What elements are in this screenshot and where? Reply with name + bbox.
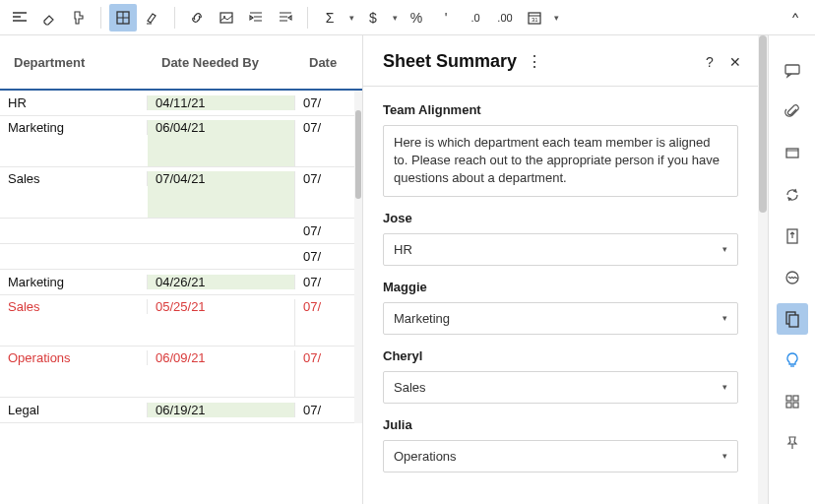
field-maggie: Maggie Marketing ▾: [383, 280, 738, 335]
cell-date-needed[interactable]: 07/04/21: [148, 171, 295, 218]
link-button[interactable]: [183, 4, 211, 32]
collapse-toolbar-button[interactable]: ^: [782, 4, 809, 32]
table-row[interactable]: 07/: [0, 219, 362, 244]
highlight-button[interactable]: [139, 4, 166, 32]
cell-department[interactable]: Marketing: [0, 275, 148, 289]
julia-select[interactable]: Operations ▾: [383, 440, 738, 472]
cell-department[interactable]: Sales: [0, 171, 148, 186]
team-alignment-text[interactable]: Here is which department each team membe…: [383, 125, 738, 197]
cell-department[interactable]: HR: [0, 95, 148, 110]
svg-rect-13: [786, 403, 791, 408]
cell-date-needed[interactable]: 06/09/21: [148, 350, 295, 397]
panel-close-button[interactable]: ✕: [722, 54, 748, 70]
sum-button[interactable]: Σ: [316, 4, 344, 32]
sigma-icon: Σ: [326, 10, 335, 26]
indent-button[interactable]: [242, 4, 270, 32]
panel-body: Team Alignment Here is which department …: [363, 87, 768, 504]
increase-decimal-button[interactable]: .00: [491, 4, 519, 32]
cell-date[interactable]: 07/: [295, 223, 352, 238]
cell-date[interactable]: 07/: [295, 171, 352, 186]
cell-date[interactable]: 07/: [295, 299, 352, 314]
cell-department[interactable]: Operations: [0, 350, 148, 365]
column-header-date-needed[interactable]: Date Needed By: [148, 55, 295, 70]
borders-button[interactable]: [109, 4, 137, 32]
sheet-summary-panel: Sheet Summary ⋮ ? ✕ Team Alignment Here …: [362, 35, 768, 504]
svg-rect-10: [789, 315, 798, 327]
grid-scrollbar[interactable]: [354, 91, 362, 423]
panel-help-button[interactable]: ?: [697, 54, 722, 70]
sum-dropdown[interactable]: ▾: [345, 13, 357, 23]
cheryl-select[interactable]: Sales ▾: [383, 371, 738, 404]
column-header-date[interactable]: Date: [295, 55, 352, 70]
outdent-button[interactable]: [272, 4, 299, 32]
ideas-button[interactable]: [777, 345, 808, 376]
cell-date-needed[interactable]: 05/25/21: [148, 299, 295, 346]
table-row[interactable]: Legal06/19/2107/: [0, 398, 362, 423]
wrap-text-button[interactable]: [6, 4, 33, 32]
decrease-decimal-button[interactable]: .0: [462, 4, 489, 32]
chevron-down-icon: ▾: [722, 451, 727, 461]
forms-button[interactable]: [777, 386, 808, 417]
currency-button[interactable]: $: [359, 4, 387, 32]
cell-date-needed[interactable]: 06/04/21: [148, 120, 295, 166]
percent-icon: %: [410, 10, 422, 26]
grid-scroll-thumb[interactable]: [355, 110, 361, 199]
toolbar-separator: [307, 7, 308, 29]
proofs-button[interactable]: [777, 138, 808, 169]
cell-department[interactable]: Legal: [0, 403, 148, 417]
maggie-select[interactable]: Marketing ▾: [383, 302, 738, 335]
svg-rect-12: [793, 396, 798, 401]
publish-button[interactable]: [777, 220, 808, 252]
activity-log-button[interactable]: [777, 262, 808, 293]
table-row[interactable]: Operations06/09/2107/: [0, 346, 362, 398]
table-row[interactable]: Marketing06/04/2107/: [0, 116, 362, 167]
cell-department[interactable]: Marketing: [0, 120, 148, 135]
format-painter-button[interactable]: [65, 4, 93, 32]
pin-button[interactable]: [777, 427, 808, 459]
cell-date-needed[interactable]: 04/26/21: [148, 275, 295, 289]
cell-date-needed[interactable]: 06/19/21: [148, 403, 295, 417]
cell-date[interactable]: 07/: [295, 95, 352, 110]
percent-button[interactable]: %: [403, 4, 430, 32]
date-format-button[interactable]: 31: [521, 4, 548, 32]
table-row[interactable]: Sales05/25/2107/: [0, 295, 362, 346]
cell-date[interactable]: 07/: [295, 275, 352, 289]
cell-date[interactable]: 07/: [295, 403, 352, 417]
cell-department[interactable]: Sales: [0, 299, 148, 314]
attachments-button[interactable]: [777, 96, 808, 128]
update-requests-button[interactable]: [777, 179, 808, 211]
svg-rect-5: [785, 65, 799, 74]
currency-dropdown[interactable]: ▾: [389, 13, 401, 23]
field-label: Jose: [383, 211, 738, 225]
field-label: Maggie: [383, 280, 738, 294]
panel-scroll-thumb[interactable]: [759, 35, 767, 213]
table-row[interactable]: HR04/11/2107/: [0, 91, 362, 116]
cell-date[interactable]: 07/: [295, 249, 352, 264]
field-jose: Jose HR ▾: [383, 211, 738, 266]
comments-button[interactable]: [777, 55, 808, 87]
panel-menu-button[interactable]: ⋮: [527, 52, 542, 71]
toolbar-separator: [100, 7, 101, 29]
image-button[interactable]: [213, 4, 240, 32]
grid-header-row: Department Date Needed By Date: [0, 35, 362, 91]
table-row[interactable]: Marketing04/26/2107/: [0, 270, 362, 295]
quote-icon: ': [445, 10, 448, 26]
date-format-dropdown[interactable]: ▾: [550, 13, 562, 23]
sheet-summary-button[interactable]: [777, 303, 808, 335]
table-row[interactable]: Sales07/04/2107/: [0, 167, 362, 219]
field-julia: Julia Operations ▾: [383, 417, 738, 472]
toolbar-separator: [174, 7, 175, 29]
column-header-department[interactable]: Department: [0, 55, 148, 70]
panel-scrollbar[interactable]: [758, 35, 768, 504]
select-value: Sales: [394, 380, 426, 395]
cell-date[interactable]: 07/: [295, 120, 352, 135]
cell-date[interactable]: 07/: [295, 350, 352, 365]
grid-body: HR04/11/2107/Marketing06/04/2107/Sales07…: [0, 91, 362, 423]
thousands-button[interactable]: ': [432, 4, 460, 32]
jose-select[interactable]: HR ▾: [383, 233, 738, 266]
table-row[interactable]: 07/: [0, 244, 362, 270]
cell-date-needed[interactable]: 04/11/21: [148, 95, 295, 110]
field-team-alignment: Team Alignment Here is which department …: [383, 102, 738, 197]
eraser-button[interactable]: [35, 4, 63, 32]
panel-header: Sheet Summary ⋮ ? ✕: [363, 35, 768, 87]
